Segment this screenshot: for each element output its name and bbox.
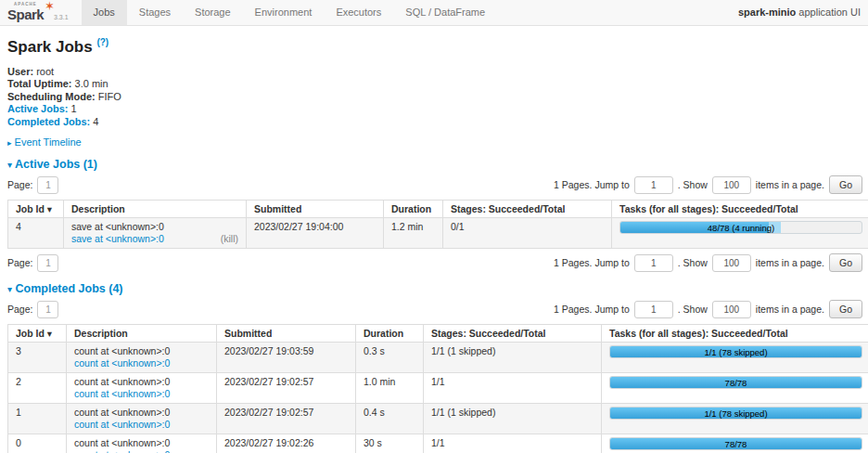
chevron-down-icon: ▾ [7,160,12,170]
top-navbar: APACHE Spark ✶ 3.3.1 Jobs Stages Storage… [0,0,868,26]
task-progress-bar: 48/78 (4 running) [619,221,862,234]
active-jobs-link[interactable]: Active Jobs: [7,103,68,114]
task-progress-bar: 1/1 (78 skipped) [609,407,862,420]
page-title: Spark Jobs (?) [7,37,862,57]
stages-cell: 1/1 [424,434,602,453]
job-id-cell: 2 [8,373,67,404]
jump-to-page-input[interactable] [634,254,673,272]
tasks-cell: 1/1 (78 skipped) [602,404,868,434]
tab-stages[interactable]: Stages [127,0,183,25]
event-timeline-toggle[interactable]: ▸ Event Timeline [7,136,862,148]
stages-cell: 1/1 [424,373,602,404]
duration-cell: 1.2 min [384,218,443,249]
duration-cell: 1.0 min [356,373,424,404]
tasks-cell: 48/78 (4 running) [612,218,868,249]
description-cell: count at <unknown>:0 count at <unknown>:… [67,404,217,434]
stages-cell: 1/1 (1 skipped) [424,343,602,373]
help-link[interactable]: (?) [96,37,108,47]
tasks-cell: 78/78 [602,373,868,404]
go-button[interactable]: Go [829,300,862,318]
active-jobs-pagination-top: Page: 1 Pages. Jump to . Show items in a… [7,175,862,194]
job-summary: User: root Total Uptime: 3.0 min Schedul… [7,66,862,129]
job-id-cell: 1 [8,404,67,434]
submitted-cell: 2023/02/27 19:02:57 [217,404,356,434]
application-ui-label: spark-minio application UI [738,0,861,25]
job-description-link[interactable]: save at <unknown>:0 [71,233,164,245]
col-job-id[interactable]: Job Id ▾ [8,201,64,218]
items-per-page-input[interactable] [712,301,751,318]
spark-version: 3.3.1 [54,14,69,22]
chevron-down-icon: ▾ [7,284,12,294]
tab-sql-dataframe[interactable]: SQL / DataFrame [393,0,497,25]
go-button[interactable]: Go [829,253,862,272]
col-tasks[interactable]: Tasks (for all stages): Succeeded/Total [612,201,868,218]
job-description-link[interactable]: count at <unknown>:0 [74,388,170,400]
current-page-input[interactable] [37,176,58,194]
col-description[interactable]: Description [67,325,217,343]
tab-executors[interactable]: Executors [324,0,393,25]
col-duration[interactable]: Duration [356,325,424,343]
duration-cell: 0.3 s [356,343,424,373]
submitted-cell: 2023/02/27 19:04:00 [247,218,384,249]
spark-logo[interactable]: APACHE Spark ✶ 3.3.1 [0,0,74,25]
active-jobs-section-header[interactable]: ▾ Active Jobs (1) [7,158,862,171]
col-stages[interactable]: Stages: Succeeded/Total [424,325,602,343]
jump-to-page-input[interactable] [634,301,673,318]
job-id-cell: 4 [8,218,64,249]
col-stages[interactable]: Stages: Succeeded/Total [443,201,612,218]
description-cell: save at <unknown>:0 save at <unknown>:0 … [64,218,247,249]
job-description-link[interactable]: count at <unknown>:0 [74,357,170,369]
summary-active-jobs: Active Jobs: 1 [7,103,862,116]
current-page-input[interactable] [37,254,58,272]
summary-completed-jobs: Completed Jobs: 4 [7,116,862,129]
col-description[interactable]: Description [64,201,247,218]
col-duration[interactable]: Duration [384,201,443,218]
summary-user: User: root [7,66,862,79]
progress-label: 78/78 [610,377,862,389]
active-jobs-table: Job Id ▾ Description Submitted Duration … [7,200,868,249]
submitted-cell: 2023/02/27 19:02:26 [217,434,356,453]
spark-star-icon: ✶ [45,0,55,12]
tasks-cell: 78/78 [602,434,868,453]
duration-cell: 30 s [356,434,424,453]
job-description-link[interactable]: count at <unknown>:0 [74,449,170,453]
table-row: 2 count at <unknown>:0 count at <unknown… [8,373,868,404]
description-cell: count at <unknown>:0 count at <unknown>:… [67,373,217,404]
items-per-page-input[interactable] [712,176,751,194]
jump-to-page-input[interactable] [634,176,673,194]
tasks-cell: 1/1 (78 skipped) [602,343,868,373]
summary-scheduling-mode: Scheduling Mode: FIFO [7,91,862,104]
job-id-cell: 3 [8,343,67,373]
current-page-input[interactable] [37,301,58,318]
progress-label: 78/78 [610,438,862,450]
col-submitted[interactable]: Submitted [247,201,384,218]
progress-label: 1/1 (78 skipped) [610,346,862,358]
tab-storage[interactable]: Storage [183,0,243,25]
chevron-right-icon: ▸ [7,138,12,148]
col-tasks[interactable]: Tasks (for all stages): Succeeded/Total [602,325,868,343]
tab-jobs[interactable]: Jobs [82,0,127,25]
stages-cell: 0/1 [443,218,612,249]
tab-environment[interactable]: Environment [243,0,325,25]
task-progress-bar: 1/1 (78 skipped) [609,345,862,358]
completed-jobs-link[interactable]: Completed Jobs: [7,116,90,127]
kill-job-link[interactable]: (kill) [221,233,238,245]
completed-jobs-section-header[interactable]: ▾ Completed Jobs (4) [7,282,862,295]
table-row: 1 count at <unknown>:0 count at <unknown… [8,404,868,434]
go-button[interactable]: Go [829,175,862,194]
col-submitted[interactable]: Submitted [217,325,356,343]
job-description-link[interactable]: count at <unknown>:0 [74,419,170,431]
submitted-cell: 2023/02/27 19:03:59 [217,343,356,373]
stages-cell: 1/1 (1 skipped) [424,404,602,434]
spark-brand-text: Spark [7,6,44,22]
completed-jobs-pagination-top: Page: 1 Pages. Jump to . Show items in a… [7,300,862,318]
job-id-cell: 0 [8,434,67,453]
col-job-id[interactable]: Job Id ▾ [8,325,67,343]
page-label: Page: [7,179,32,190]
items-per-page-input[interactable] [712,254,751,272]
application-name: spark-minio [738,6,796,18]
progress-label: 1/1 (78 skipped) [610,408,862,420]
submitted-cell: 2023/02/27 19:02:57 [217,373,356,404]
duration-cell: 0.4 s [356,404,424,434]
task-progress-bar: 78/78 [609,437,862,450]
